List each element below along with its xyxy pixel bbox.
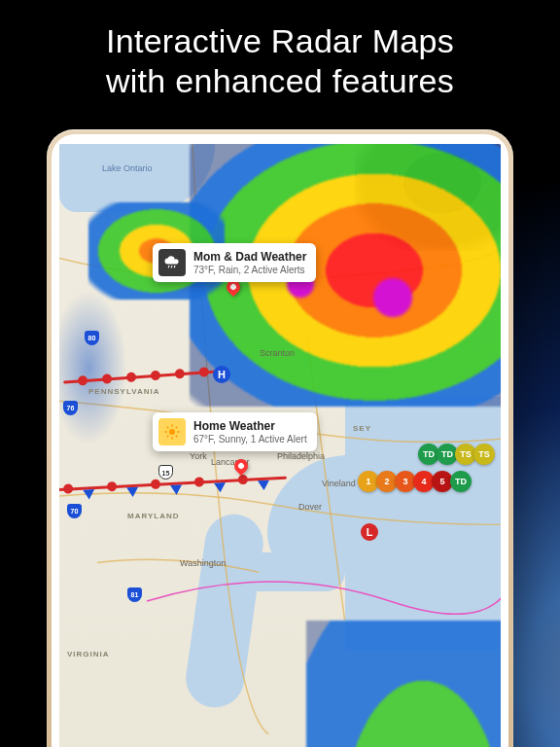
callout-title: Mom & Dad Weather bbox=[193, 250, 306, 264]
state-label-maryland: MARYLAND bbox=[127, 512, 179, 520]
radar-map[interactable]: H L PENNSYLVANIA MARYLAND VIRGINIA SEY S… bbox=[59, 144, 501, 747]
hwy-shield-15: 15 bbox=[158, 465, 173, 480]
state-label-virginia: VIRGINIA bbox=[67, 650, 110, 658]
svg-line-8 bbox=[167, 436, 169, 438]
city-york: York bbox=[190, 451, 207, 461]
hwy-shield-80: 80 bbox=[85, 331, 99, 345]
svg-line-6 bbox=[176, 436, 178, 438]
low-pressure-marker[interactable]: L bbox=[361, 523, 378, 541]
lake-ontario-label: Lake Ontario bbox=[102, 163, 153, 173]
callout-home-weather[interactable]: Home Weather 67°F, Sunny, 1 Active Alert bbox=[153, 412, 317, 451]
headline-text: Interactive Radar Maps with enhanced fea… bbox=[0, 21, 560, 101]
city-philadelphia: Philadelphia bbox=[277, 451, 325, 461]
callout-subtitle: 67°F, Sunny, 1 Active Alert bbox=[193, 434, 307, 445]
rain-cloud-icon bbox=[158, 249, 186, 276]
callout-family-weather[interactable]: Mom & Dad Weather 73°F, Rain, 2 Active A… bbox=[153, 243, 316, 282]
hwy-shield-70: 70 bbox=[67, 504, 82, 518]
callout-title: Home Weather bbox=[193, 419, 307, 433]
radar-precip-offshore bbox=[306, 621, 501, 747]
callout-subtitle: 73°F, Rain, 2 Active Alerts bbox=[193, 265, 306, 275]
state-label-new-jersey: SEY bbox=[353, 424, 371, 433]
hwy-shield-81: 81 bbox=[127, 587, 142, 602]
svg-line-7 bbox=[176, 427, 178, 429]
hwy-shield-76: 76 bbox=[63, 401, 78, 415]
city-washington: Washington bbox=[180, 558, 226, 568]
sun-icon bbox=[158, 418, 186, 445]
city-scranton: Scranton bbox=[260, 348, 295, 358]
hurricane-track[interactable]: TDTDTSTS bbox=[421, 444, 495, 465]
state-label-pennsylvania: PENNSYLVANIA bbox=[88, 387, 160, 396]
svg-line-5 bbox=[167, 427, 169, 429]
svg-point-0 bbox=[169, 429, 175, 435]
storm-marker[interactable]: TS bbox=[473, 444, 495, 465]
city-dover: Dover bbox=[298, 502, 322, 512]
storm-marker[interactable]: TD bbox=[450, 471, 472, 492]
radar-precip-west bbox=[59, 290, 127, 445]
hurricane-track-extension[interactable]: 12345TD bbox=[361, 471, 472, 492]
tablet-frame: H L PENNSYLVANIA MARYLAND VIRGINIA SEY S… bbox=[47, 129, 513, 747]
city-vineland: Vineland bbox=[322, 479, 356, 488]
high-pressure-marker[interactable]: H bbox=[213, 366, 230, 383]
tablet-bezel: H L PENNSYLVANIA MARYLAND VIRGINIA SEY S… bbox=[52, 134, 508, 747]
